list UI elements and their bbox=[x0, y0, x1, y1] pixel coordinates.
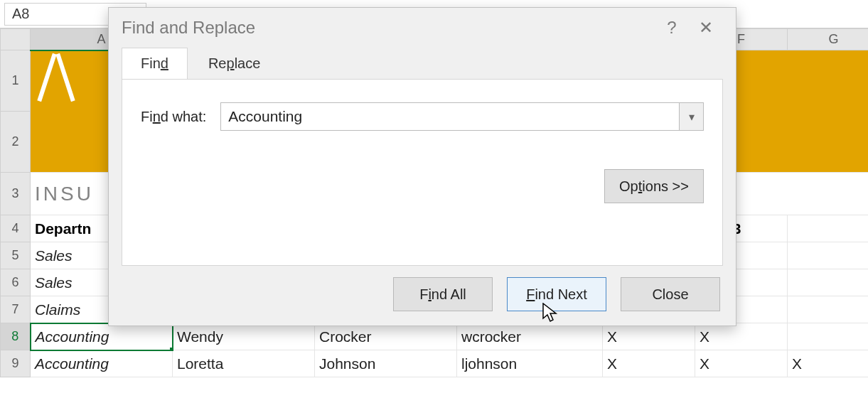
row-header-8[interactable]: 8 bbox=[1, 323, 31, 350]
chevron-down-icon: ▾ bbox=[689, 110, 695, 124]
cell-D8[interactable]: wcrocker bbox=[457, 323, 603, 350]
name-box-value: A8 bbox=[12, 6, 29, 22]
cell-E8[interactable]: X bbox=[603, 323, 695, 350]
tab-find[interactable]: Find bbox=[122, 48, 188, 80]
row-header-6[interactable]: 6 bbox=[1, 269, 31, 296]
cell-F9[interactable]: X bbox=[695, 350, 788, 377]
find-what-combo[interactable]: ▾ bbox=[220, 102, 704, 131]
cell-A8[interactable]: Accounting bbox=[31, 323, 173, 350]
cell-B8[interactable]: Wendy bbox=[173, 323, 315, 350]
select-all-corner[interactable] bbox=[1, 29, 31, 50]
close-button[interactable]: ✕ bbox=[689, 11, 723, 45]
row-header-5[interactable]: 5 bbox=[1, 242, 31, 269]
find-next-button[interactable]: Find Next bbox=[507, 277, 606, 311]
help-button[interactable]: ? bbox=[655, 11, 689, 45]
logo-icon bbox=[35, 55, 77, 98]
cell-G7[interactable] bbox=[788, 296, 869, 323]
find-all-button[interactable]: Find All bbox=[393, 277, 493, 311]
cell-D9[interactable]: ljohnson bbox=[457, 350, 603, 377]
close-dialog-button[interactable]: Close bbox=[621, 277, 720, 311]
options-button[interactable]: Options >> bbox=[604, 169, 704, 203]
row-header-1[interactable]: 1 bbox=[1, 50, 31, 112]
cell-G9[interactable]: X bbox=[788, 350, 869, 377]
cell-A9[interactable]: Accounting bbox=[31, 350, 173, 377]
cell-G5[interactable] bbox=[788, 242, 869, 269]
dialog-title: Find and Replace bbox=[122, 18, 255, 38]
help-icon: ? bbox=[667, 18, 676, 38]
row-header-3[interactable]: 3 bbox=[1, 173, 31, 215]
col-header-G[interactable]: G bbox=[788, 29, 869, 50]
close-icon: ✕ bbox=[699, 18, 713, 38]
cell-B9[interactable]: Loretta bbox=[173, 350, 315, 377]
find-what-dropdown[interactable]: ▾ bbox=[679, 103, 703, 130]
tab-replace[interactable]: Replace bbox=[189, 48, 279, 80]
dialog-titlebar[interactable]: Find and Replace ? ✕ bbox=[109, 8, 736, 48]
cell-F8[interactable]: X bbox=[695, 323, 788, 350]
cell-G4[interactable] bbox=[788, 215, 869, 242]
cell-C9[interactable]: Johnson bbox=[315, 350, 457, 377]
row-header-7[interactable]: 7 bbox=[1, 296, 31, 323]
cell-G6[interactable] bbox=[788, 269, 869, 296]
cell-E9[interactable]: X bbox=[603, 350, 695, 377]
find-what-label: Find what: bbox=[141, 109, 206, 125]
cell-G8[interactable] bbox=[788, 323, 869, 350]
row-header-2[interactable]: 2 bbox=[1, 112, 31, 173]
find-replace-dialog: Find and Replace ? ✕ Find Replace Find w… bbox=[108, 7, 736, 326]
find-what-input[interactable] bbox=[221, 103, 679, 130]
row-header-4[interactable]: 4 bbox=[1, 215, 31, 242]
cell-C8[interactable]: Crocker bbox=[315, 323, 457, 350]
row-header-9[interactable]: 9 bbox=[1, 350, 31, 377]
